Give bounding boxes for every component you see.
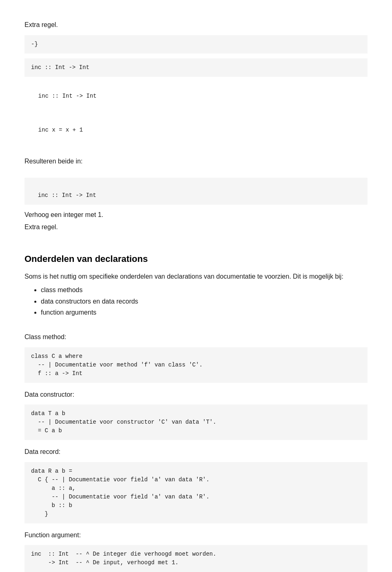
haddock-code-block: inc :: Int -> Int [24, 178, 368, 205]
haddock-comment-text: Verhoog een integer met 1. [24, 210, 368, 220]
inc-line2: inc x = x + 1 [38, 127, 83, 133]
data-constructor-code: data T a b -- | Documentatie voor constr… [24, 404, 368, 440]
inc-full-code: inc :: Int -> Int [24, 82, 368, 111]
function-argument-label: Function argument: [24, 530, 368, 541]
inc-def-code: inc x = x + 1 [24, 116, 368, 145]
declarations-bullet-list: class methods data constructors en data … [41, 285, 368, 318]
resulteren-label: Resulteren beide in: [24, 156, 368, 167]
data-record-label: Data record: [24, 447, 368, 457]
inc-code-block: inc :: Int -> Int [24, 58, 368, 77]
bullet-function-arguments: function arguments [41, 307, 368, 318]
data-constructor-label: Data constructor: [24, 389, 368, 400]
bullet-class-methods: class methods [41, 285, 368, 295]
class-method-label: Class method: [24, 332, 368, 342]
inc-line1: inc :: Int -> Int [38, 93, 97, 99]
class-method-code: class C a where -- | Documentatie voor m… [24, 347, 368, 383]
function-argument-code: inc :: Int -- ^ De integer die verhoogd … [24, 545, 368, 572]
haddock-signature: inc :: Int -> Int [38, 192, 96, 199]
haddock-extra-text: Extra regel. [24, 222, 368, 232]
data-record-code: data R a b = C { -- | Documentatie voor … [24, 462, 368, 523]
declarations-intro: Soms is het nuttig om specifieke onderde… [24, 271, 368, 282]
extra-rule-comment: Extra regel. [24, 20, 368, 30]
declarations-heading: Onderdelen van declarations [24, 252, 368, 266]
bullet-data-constructors: data constructors en data records [41, 296, 368, 307]
closing-brace-code: -} [24, 35, 368, 54]
